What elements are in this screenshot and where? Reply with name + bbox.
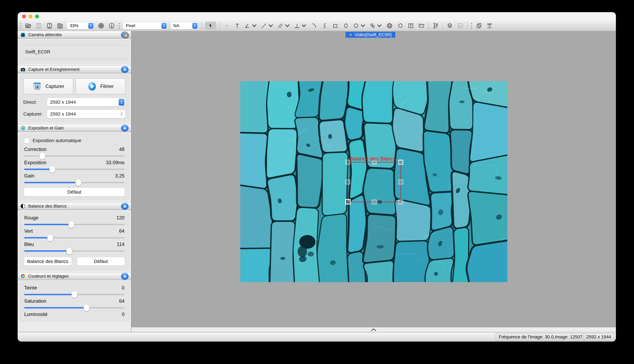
close-window-button[interactable]: [22, 14, 26, 18]
correction-slider[interactable]: [24, 155, 124, 157]
direct-resolution-select[interactable]: 2592 x 1944: [47, 98, 126, 106]
measure-settings-button[interactable]: [432, 22, 439, 30]
colors-panel-collapse-button[interactable]: [121, 273, 128, 280]
ellipse-tool-button[interactable]: [342, 22, 350, 30]
layers-icon: [446, 22, 453, 29]
save-button: [35, 22, 42, 30]
teinte-label: Teinte: [24, 285, 37, 291]
capture-panel-title: Capture et Enregistrement: [28, 67, 80, 72]
parallel-tool-button[interactable]: [277, 22, 291, 30]
correction-label: Correction: [24, 146, 46, 152]
settings-button[interactable]: [97, 22, 105, 30]
line-tool-button[interactable]: [261, 22, 274, 30]
slider-thumb[interactable]: [72, 291, 77, 298]
csv-label: CSV: [459, 25, 462, 27]
luminosite-label: Luminosité: [24, 312, 48, 317]
video-tab-label: Vidéo[Swift_EC5R]: [354, 32, 392, 37]
slider-thumb[interactable]: [48, 234, 53, 241]
exposure-default-button[interactable]: Défaut: [24, 188, 125, 196]
color-wheel-icon: [20, 274, 26, 279]
white-balance-panel-collapse-button[interactable]: [121, 203, 128, 210]
white-balance-default-button[interactable]: Défaut: [77, 257, 125, 266]
quick-save-icon: [46, 22, 53, 29]
minimize-window-button[interactable]: [28, 14, 32, 18]
objective-select[interactable]: NA: [170, 22, 198, 29]
curve-tool-button[interactable]: [321, 22, 328, 30]
slider-fill: [24, 182, 78, 183]
resolution-status: 2592 x 1944: [584, 334, 614, 340]
exposition-slider[interactable]: [24, 168, 124, 170]
white-balance-apply-button[interactable]: Balance des Blancs: [24, 257, 72, 266]
chevron-down-icon: [360, 22, 366, 29]
slider-thumb[interactable]: [66, 248, 72, 254]
vert-value: 64: [119, 228, 124, 234]
vert-slider[interactable]: [24, 237, 124, 238]
rouge-slider[interactable]: [24, 224, 124, 225]
capture-resolution-select[interactable]: 2592 x 1944: [47, 110, 126, 118]
quick-save-button[interactable]: [46, 22, 53, 30]
video-tab[interactable]: × Vidéo[Swift_EC5R]: [346, 32, 395, 38]
open-file-button[interactable]: [24, 22, 32, 30]
camera-lens-icon: [20, 32, 26, 38]
capture-panel-collapse-button[interactable]: [121, 66, 128, 73]
scalebar-icon: 10um: [418, 22, 425, 29]
colors-panel-header[interactable]: Couleurs et réglages: [18, 272, 131, 280]
capture-button[interactable]: Capturer: [23, 78, 73, 94]
scalebar-tool-button[interactable]: 10um: [418, 22, 425, 30]
exposure-panel-collapse-button[interactable]: [121, 125, 128, 132]
capture-resolution-value: 2592 x 1944: [50, 111, 76, 117]
rectangle-tool-button[interactable]: [332, 22, 339, 30]
exposure-panel-header[interactable]: Exposition et Gain: [18, 124, 131, 132]
slider-thumb[interactable]: [39, 153, 45, 160]
slider-thumb[interactable]: [84, 304, 89, 311]
unit-select[interactable]: Pixel: [123, 22, 168, 29]
auto-exposure-checkbox[interactable]: [24, 138, 30, 144]
close-tab-icon[interactable]: ×: [349, 32, 352, 37]
capture-panel-header[interactable]: Capture et Enregistrement: [18, 66, 131, 73]
window-titlebar[interactable]: [18, 12, 616, 20]
angle-icon: [244, 22, 251, 29]
slider-thumb[interactable]: [68, 221, 74, 228]
camera-panel-header[interactable]: Caméra détectée: [18, 31, 131, 39]
text-tool-button[interactable]: [407, 22, 414, 30]
duplicate-button[interactable]: [475, 22, 483, 30]
two-circles-icon: [369, 22, 376, 29]
csv-icon: CSV: [457, 22, 464, 29]
white-balance-panel-header[interactable]: Balance des Blancs: [18, 202, 131, 210]
teinte-slider[interactable]: [24, 294, 124, 295]
export-button[interactable]: [486, 22, 493, 30]
concentric-circle-tool-button[interactable]: [386, 22, 393, 30]
perpendicular-tool-button[interactable]: [294, 22, 307, 30]
status-bar: Fréquence de l'Image: 30.0,Image: 12507 …: [18, 332, 616, 342]
point-tool-button[interactable]: [223, 22, 230, 30]
polygon-tool-button[interactable]: [396, 22, 404, 30]
maximize-window-button[interactable]: [35, 14, 39, 18]
saturation-value: 64: [119, 298, 124, 304]
camera-timer-icon: [57, 22, 63, 29]
two-point-circle-tool-button[interactable]: [369, 22, 383, 30]
slider-thumb[interactable]: [76, 179, 81, 186]
camera-device-row[interactable]: Swift_EC5R: [23, 44, 126, 59]
pointer-tool-button[interactable]: [205, 22, 216, 30]
zoom-level-select[interactable]: 33%: [67, 22, 94, 29]
exposition-value: 33.09ms: [106, 160, 124, 166]
snapshot-timer-button[interactable]: [56, 22, 64, 30]
layers-button[interactable]: [446, 22, 454, 30]
record-button[interactable]: Filmer: [76, 78, 126, 94]
parallel-lines-icon: [277, 22, 284, 29]
circle-tool-button[interactable]: [353, 22, 366, 30]
arrow-tool-button[interactable]: [234, 22, 241, 30]
gain-slider[interactable]: [24, 182, 124, 183]
saturation-slider[interactable]: [24, 307, 124, 308]
objective-value: NA: [173, 23, 180, 28]
sidebar-collapse-button[interactable]: «: [122, 32, 129, 38]
bleu-slider[interactable]: [24, 250, 124, 252]
camera-panel-body: Swift_EC5R: [20, 40, 129, 63]
arc-tool-button[interactable]: [310, 22, 318, 30]
info-button[interactable]: [108, 22, 116, 30]
angle-tool-button[interactable]: [244, 22, 258, 30]
saturation-label: Saturation: [24, 298, 46, 304]
colors-panel-body: Teinte 0 Saturation 64 Luminosité: [20, 282, 129, 322]
slider-thumb[interactable]: [50, 166, 55, 173]
bottom-collapse-strip[interactable]: [131, 327, 616, 332]
